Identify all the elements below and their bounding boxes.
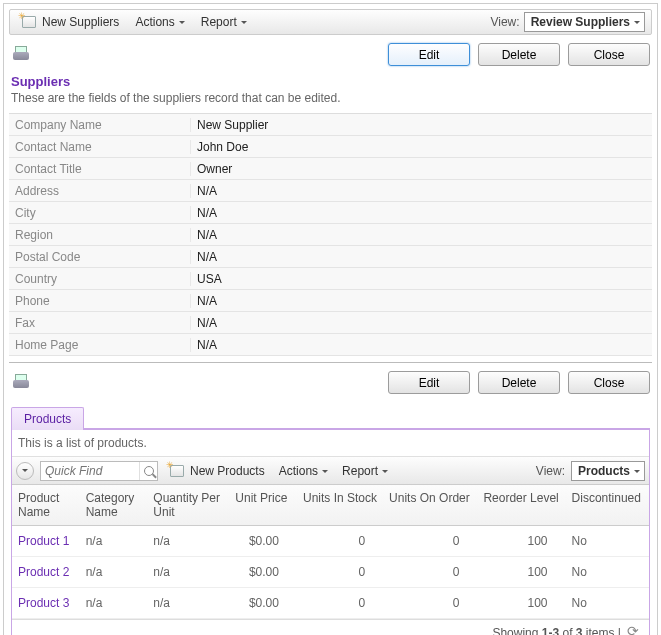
actions-label: Actions — [279, 464, 318, 478]
cell-qty: n/a — [147, 526, 229, 557]
cell-category: n/a — [80, 557, 148, 588]
cell-discontinued: No — [566, 588, 649, 619]
refresh-button[interactable] — [627, 626, 641, 635]
view-value: Review Suppliers — [531, 15, 630, 29]
actions-menu[interactable]: Actions — [127, 11, 192, 33]
field-row: FaxN/A — [9, 312, 652, 334]
cell-reorder: 100 — [477, 526, 565, 557]
col-category-name[interactable]: Category Name — [80, 485, 148, 526]
field-value: New Supplier — [191, 118, 652, 132]
cell-category: n/a — [80, 526, 148, 557]
report-label: Report — [342, 464, 378, 478]
edit-button[interactable]: Edit — [388, 371, 470, 394]
field-row: Company NameNew Supplier — [9, 114, 652, 136]
field-row: Contact TitleOwner — [9, 158, 652, 180]
products-actions-menu[interactable]: Actions — [273, 460, 334, 482]
product-name-link[interactable]: Product 2 — [12, 557, 80, 588]
cell-stock: 0 — [297, 588, 383, 619]
field-value: USA — [191, 272, 652, 286]
quick-find — [40, 461, 158, 481]
search-button[interactable] — [139, 462, 157, 480]
products-view-select[interactable]: Products — [571, 461, 645, 481]
view-select[interactable]: Review Suppliers — [524, 12, 645, 32]
new-products-button[interactable]: New Products — [164, 460, 271, 482]
field-row: PhoneN/A — [9, 290, 652, 312]
col-units-in-stock[interactable]: Units In Stock — [297, 485, 383, 526]
delete-button[interactable]: Delete — [478, 371, 560, 394]
field-row: Home PageN/A — [9, 334, 652, 356]
field-value: N/A — [191, 294, 652, 308]
table-row[interactable]: Product 2n/an/a$0.0000100No — [12, 557, 649, 588]
col-reorder-level[interactable]: Reorder Level — [477, 485, 565, 526]
product-name-link[interactable]: Product 1 — [12, 526, 80, 557]
actions-label: Actions — [135, 15, 174, 29]
products-view-label: View: — [532, 464, 569, 478]
field-row: AddressN/A — [9, 180, 652, 202]
footer-text: Showing 1-3 of 3 items | — [492, 626, 621, 635]
field-label: Contact Title — [9, 162, 191, 176]
col-unit-price[interactable]: Unit Price — [229, 485, 297, 526]
cell-discontinued: No — [566, 526, 649, 557]
field-label: Country — [9, 272, 191, 286]
cell-discontinued: No — [566, 557, 649, 588]
products-view-value: Products — [578, 464, 630, 478]
table-row[interactable]: Product 1n/an/a$0.0000100No — [12, 526, 649, 557]
chevron-down-icon — [179, 21, 185, 27]
products-description: This is a list of products. — [12, 430, 649, 457]
field-label: Company Name — [9, 118, 191, 132]
field-value: N/A — [191, 228, 652, 242]
field-row: RegionN/A — [9, 224, 652, 246]
field-value: N/A — [191, 338, 652, 352]
field-value: Owner — [191, 162, 652, 176]
new-products-label: New Products — [190, 464, 265, 478]
product-name-link[interactable]: Product 3 — [12, 588, 80, 619]
cell-price: $0.00 — [229, 526, 297, 557]
new-suppliers-label: New Suppliers — [42, 15, 119, 29]
report-menu[interactable]: Report — [193, 11, 255, 33]
field-label: Postal Code — [9, 250, 191, 264]
supplier-fields: Company NameNew SupplierContact NameJohn… — [9, 113, 652, 356]
report-label: Report — [201, 15, 237, 29]
chevron-down-icon — [22, 469, 28, 475]
cell-order: 0 — [383, 526, 477, 557]
delete-button[interactable]: Delete — [478, 43, 560, 66]
field-label: Contact Name — [9, 140, 191, 154]
col-units-on-order[interactable]: Units On Order — [383, 485, 477, 526]
search-icon — [144, 466, 154, 476]
new-icon — [22, 16, 36, 28]
cell-order: 0 — [383, 557, 477, 588]
printer-icon[interactable] — [13, 377, 29, 389]
table-row[interactable]: Product 3n/an/a$0.0000100No — [12, 588, 649, 619]
products-toolbar: New Products Actions Report View: Produc… — [12, 457, 649, 485]
col-qty-per-unit[interactable]: Quantity Per Unit — [147, 485, 229, 526]
field-value: N/A — [191, 206, 652, 220]
cell-qty: n/a — [147, 557, 229, 588]
field-value: John Doe — [191, 140, 652, 154]
quick-find-input[interactable] — [41, 464, 139, 478]
edit-button[interactable]: Edit — [388, 43, 470, 66]
printer-icon[interactable] — [13, 49, 29, 61]
products-report-menu[interactable]: Report — [336, 460, 394, 482]
field-value: N/A — [191, 316, 652, 330]
field-label: Address — [9, 184, 191, 198]
field-row: Postal CodeN/A — [9, 246, 652, 268]
new-suppliers-button[interactable]: New Suppliers — [14, 11, 127, 33]
tabs-row: Products — [9, 400, 652, 429]
col-discontinued[interactable]: Discontinued — [566, 485, 649, 526]
cell-reorder: 100 — [477, 588, 565, 619]
tab-products[interactable]: Products — [11, 407, 84, 430]
col-product-name[interactable]: Product Name — [12, 485, 80, 526]
cell-stock: 0 — [297, 557, 383, 588]
expand-button[interactable] — [16, 462, 34, 480]
field-row: CountryUSA — [9, 268, 652, 290]
field-label: Home Page — [9, 338, 191, 352]
suppliers-title: Suppliers — [9, 72, 652, 89]
cell-order: 0 — [383, 588, 477, 619]
products-table: Product Name Category Name Quantity Per … — [12, 485, 649, 619]
suppliers-top-toolbar: New Suppliers Actions Report View: Revie… — [9, 9, 652, 35]
close-button[interactable]: Close — [568, 371, 650, 394]
cell-reorder: 100 — [477, 557, 565, 588]
supplier-action-row: Edit Delete Close — [9, 35, 652, 72]
close-button[interactable]: Close — [568, 43, 650, 66]
product-action-row: Edit Delete Close — [9, 363, 652, 400]
